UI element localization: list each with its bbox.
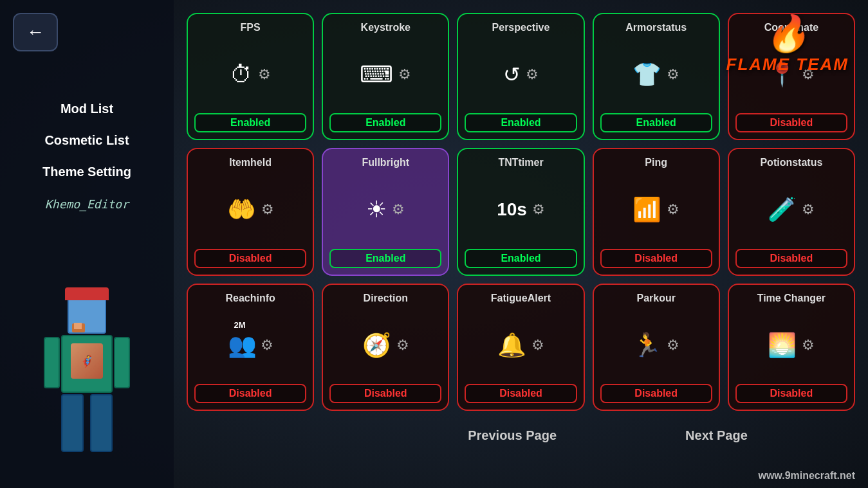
ping-status: Disabled xyxy=(600,249,712,268)
ping-gear-icon[interactable]: ⚙ xyxy=(667,201,679,218)
module-itemheld[interactable]: Itemheld 🤲 ⚙ Disabled xyxy=(187,148,314,275)
direction-gear-icon[interactable]: ⚙ xyxy=(396,337,409,354)
coordinate-status: Disabled xyxy=(735,113,847,132)
time-changer-icon: 🌅 xyxy=(768,332,797,359)
flame-icon: 🔥 xyxy=(765,13,809,55)
module-keystroke[interactable]: Keystroke ⌨ ⚙ Enabled xyxy=(322,13,449,140)
fatiguealert-status: Disabled xyxy=(465,384,577,403)
fullbright-icon: ☀ xyxy=(366,196,387,223)
reachinfo-icon: 👥 xyxy=(228,332,257,358)
perspective-status: Enabled xyxy=(465,113,577,132)
module-time-changer[interactable]: Time Changer 🌅 ⚙ Disabled xyxy=(728,284,855,411)
back-button[interactable]: ← xyxy=(13,13,58,51)
time-changer-status: Disabled xyxy=(735,384,847,403)
direction-icon: 🧭 xyxy=(362,332,391,359)
module-reachinfo[interactable]: Reachinfo 2M 👥 ⚙ Disabled xyxy=(187,284,314,411)
fullbright-status: Enabled xyxy=(329,249,441,268)
module-tnttimer[interactable]: TNTtimer 10s ⚙ Enabled xyxy=(457,148,584,275)
fps-gear-icon[interactable]: ⚙ xyxy=(258,66,271,83)
keystroke-gear-icon[interactable]: ⚙ xyxy=(398,66,411,83)
module-potionstatus[interactable]: Potionstatus 🧪 ⚙ Disabled xyxy=(728,148,855,275)
watermark-text: www.9minecraft.net xyxy=(758,470,855,482)
parkour-gear-icon[interactable]: ⚙ xyxy=(667,337,679,354)
bottom-navigation: Previous Page Next Page xyxy=(373,428,842,443)
next-page-button[interactable]: Next Page xyxy=(685,428,748,443)
reachinfo-status: Disabled xyxy=(194,384,306,403)
keystroke-icon: ⌨ xyxy=(360,61,393,88)
module-fatiguealert[interactable]: FatigueAlert 🔔 ⚙ Disabled xyxy=(457,284,584,411)
fps-status: Enabled xyxy=(194,113,306,132)
armorstatus-status: Enabled xyxy=(600,113,712,132)
tnttimer-gear-icon[interactable]: ⚙ xyxy=(532,201,545,218)
module-perspective[interactable]: Perspective ↺ ⚙ Enabled xyxy=(457,13,584,140)
reachinfo-gear-icon[interactable]: ⚙ xyxy=(261,337,273,354)
sidebar-item-mod-list[interactable]: Mod List xyxy=(0,96,174,122)
perspective-gear-icon[interactable]: ⚙ xyxy=(526,66,539,83)
itemheld-status: Disabled xyxy=(194,249,306,268)
username-label: Khemo_Editor xyxy=(45,197,129,211)
sidebar-item-theme-setting[interactable]: Theme Setting xyxy=(0,159,174,185)
fullbright-gear-icon[interactable]: ⚙ xyxy=(392,201,405,218)
back-arrow-icon: ← xyxy=(26,22,44,42)
armorstatus-icon: 👕 xyxy=(633,61,661,88)
module-armorstatus[interactable]: Armorstatus 👕 ⚙ Enabled xyxy=(593,13,720,140)
ping-icon: 📶 xyxy=(633,196,661,223)
module-fps[interactable]: FPS ⏱ ⚙ Enabled xyxy=(187,13,314,140)
fatiguealert-icon: 🔔 xyxy=(497,332,526,359)
flame-team-logo: 🔥 FLAME TEAM xyxy=(726,13,849,75)
potionstatus-gear-icon[interactable]: ⚙ xyxy=(802,201,815,218)
previous-page-button[interactable]: Previous Page xyxy=(468,428,557,443)
perspective-icon: ↺ xyxy=(503,62,521,87)
fatiguealert-gear-icon[interactable]: ⚙ xyxy=(531,337,544,354)
tnt-value: 10s xyxy=(497,199,527,220)
reach-value-label: 2M xyxy=(234,320,246,330)
sidebar: ← Mod List Cosmetic List Theme Setting K… xyxy=(0,0,174,488)
module-direction[interactable]: Direction 🧭 ⚙ Disabled xyxy=(322,284,449,411)
direction-status: Disabled xyxy=(329,384,441,403)
potionstatus-status: Disabled xyxy=(735,249,847,268)
player-avatar: 🦸 xyxy=(13,282,161,475)
flame-team-text: FLAME TEAM xyxy=(726,55,849,75)
module-grid-container: FPS ⏱ ⚙ Enabled Keystroke ⌨ ⚙ Enabled Pe… xyxy=(187,13,855,449)
potionstatus-icon: 🧪 xyxy=(768,196,797,223)
fps-icon: ⏱ xyxy=(230,61,253,88)
parkour-status: Disabled xyxy=(600,384,712,403)
tnttimer-status: Enabled xyxy=(465,249,577,268)
armorstatus-gear-icon[interactable]: ⚙ xyxy=(667,66,679,83)
module-parkour[interactable]: Parkour 🏃 ⚙ Disabled xyxy=(593,284,720,411)
itemheld-gear-icon[interactable]: ⚙ xyxy=(261,201,274,218)
time-changer-gear-icon[interactable]: ⚙ xyxy=(802,337,815,354)
sidebar-item-cosmetic-list[interactable]: Cosmetic List xyxy=(0,128,174,153)
itemheld-icon: 🤲 xyxy=(227,196,256,223)
module-ping[interactable]: Ping 📶 ⚙ Disabled xyxy=(593,148,720,275)
module-fullbright[interactable]: Fullbright ☀ ⚙ Enabled xyxy=(322,148,449,275)
keystroke-status: Enabled xyxy=(329,113,441,132)
parkour-icon: 🏃 xyxy=(633,332,661,359)
